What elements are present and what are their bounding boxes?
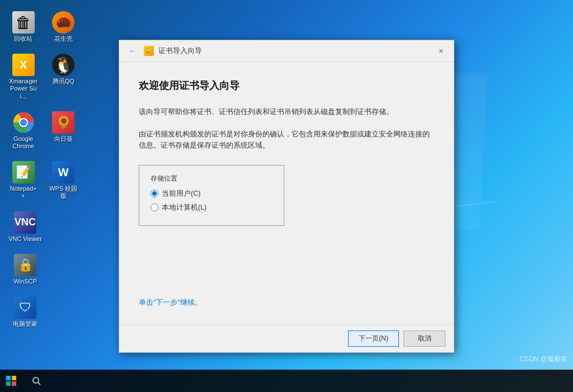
radio-local-machine[interactable]: 本地计算机(L) xyxy=(151,203,273,212)
svg-point-12 xyxy=(33,377,39,383)
taskbar xyxy=(0,370,573,392)
radio-local-machine-label: 本地计算机(L) xyxy=(162,203,206,212)
watermark: CSDN @魔极客 xyxy=(519,355,567,364)
search-taskbar[interactable] xyxy=(25,370,48,392)
radio-current-user[interactable]: 当前用户(C) xyxy=(151,189,273,199)
cert-icon: 🔐 xyxy=(144,46,154,56)
svg-rect-8 xyxy=(6,376,11,380)
dialog-footer: 下一页(N) 取消 xyxy=(119,324,454,352)
start-button[interactable] xyxy=(0,370,22,392)
storage-group: 存储位置 当前用户(C) 本地计算机(L) xyxy=(139,165,284,226)
storage-legend: 存储位置 xyxy=(151,174,273,183)
dialog-desc1: 该向导可帮助你将证书、证书信任列表和证书吊销列表从磁盘复制到证书存储。 xyxy=(139,106,434,117)
dialog-desc2: 由证书颁发机构颁发的证书是对你身份的确认，它包含用来保护数据或建立安全网络连接的… xyxy=(139,129,434,151)
dialog-heading: 欢迎使用证书导入向导 xyxy=(139,79,434,92)
hint-text: 单击"下一步"继续。 xyxy=(139,298,434,308)
close-button[interactable]: × xyxy=(435,45,447,57)
dialog-overlay: ← 🔐 证书导入向导 × 欢迎使用证书导入向导 该向导可帮助你将证书、证书信任列… xyxy=(0,0,573,392)
radio-current-user-label: 当前用户(C) xyxy=(162,189,200,199)
svg-line-13 xyxy=(38,382,40,385)
svg-rect-9 xyxy=(12,376,16,380)
next-button[interactable]: 下一页(N) xyxy=(348,330,399,347)
dialog-titlebar: ← 🔐 证书导入向导 × xyxy=(119,40,454,62)
back-button[interactable]: ← xyxy=(126,45,139,56)
cert-wizard-dialog: ← 🔐 证书导入向导 × 欢迎使用证书导入向导 该向导可帮助你将证书、证书信任列… xyxy=(119,40,454,353)
cancel-button[interactable]: 取消 xyxy=(403,330,445,347)
radio-local-machine-input[interactable] xyxy=(151,204,158,211)
svg-rect-10 xyxy=(6,381,11,386)
svg-rect-11 xyxy=(12,381,16,386)
dialog-content: 欢迎使用证书导入向导 该向导可帮助你将证书、证书信任列表和证书吊销列表从磁盘复制… xyxy=(119,62,454,324)
titlebar-left: ← 🔐 证书导入向导 xyxy=(126,45,202,56)
radio-current-user-input[interactable] xyxy=(151,190,158,197)
dialog-title: 证书导入向导 xyxy=(158,46,202,56)
